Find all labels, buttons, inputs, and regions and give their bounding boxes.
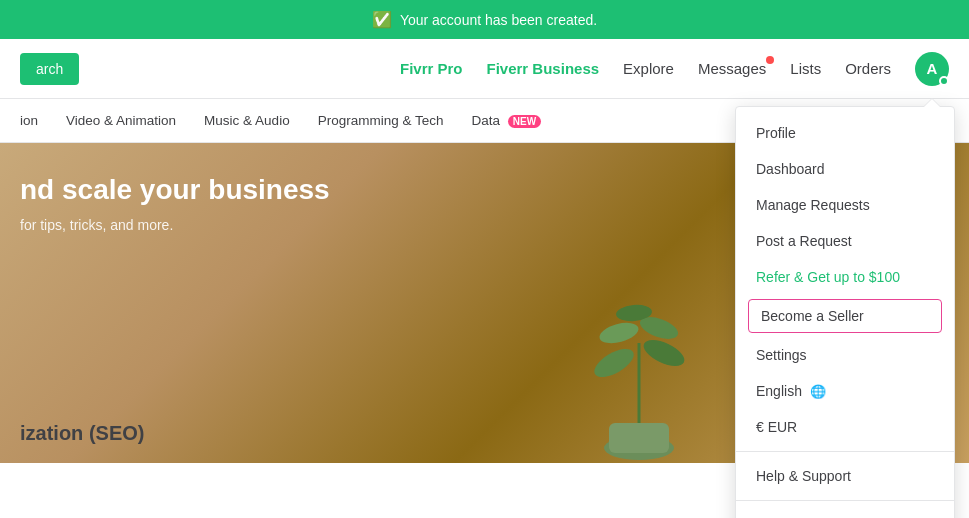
cat-video-animation[interactable]: Video & Animation — [66, 113, 176, 128]
dropdown-help[interactable]: Help & Support — [736, 458, 954, 494]
svg-point-5 — [597, 319, 640, 347]
dropdown-manage-requests[interactable]: Manage Requests — [736, 187, 954, 223]
messages-dot — [766, 56, 774, 64]
online-indicator — [939, 76, 949, 86]
dropdown-divider — [736, 451, 954, 452]
dropdown-logout[interactable]: Logout — [736, 507, 954, 518]
dropdown-menu: Profile Dashboard Manage Requests Post a… — [735, 106, 955, 518]
cat-ion[interactable]: ion — [20, 113, 38, 128]
dropdown-eur[interactable]: € EUR — [736, 409, 954, 445]
messages-link[interactable]: Messages — [698, 60, 766, 77]
hero-subtitle: for tips, tricks, and more. — [20, 217, 330, 233]
banner-text: Your account has been created. — [400, 12, 597, 28]
header-nav: Fivrr Pro Fiverr Business Explore Messag… — [400, 52, 949, 86]
fiverr-business-link[interactable]: Fiverr Business — [487, 60, 600, 77]
cat-data[interactable]: Data NEW — [471, 113, 541, 128]
dropdown-profile[interactable]: Profile — [736, 115, 954, 151]
dropdown-divider-2 — [736, 500, 954, 501]
cat-music-audio[interactable]: Music & Audio — [204, 113, 290, 128]
hero-content: nd scale your business for tips, tricks,… — [20, 173, 330, 233]
svg-rect-1 — [609, 423, 669, 453]
dropdown-become-seller[interactable]: Become a Seller — [748, 299, 942, 333]
svg-point-4 — [640, 335, 688, 372]
dropdown-post-request[interactable]: Post a Request — [736, 223, 954, 259]
plant-decoration — [579, 263, 699, 463]
cat-programming-tech[interactable]: Programming & Tech — [318, 113, 444, 128]
header: arch Fivrr Pro Fiverr Business Explore M… — [0, 39, 969, 99]
dropdown-english[interactable]: English 🌐 — [736, 373, 954, 409]
globe-icon: 🌐 — [810, 384, 826, 399]
svg-point-3 — [590, 343, 638, 382]
hero-title: nd scale your business — [20, 173, 330, 207]
top-banner: ✅ Your account has been created. — [0, 0, 969, 39]
new-badge: NEW — [508, 115, 541, 128]
dropdown-dashboard[interactable]: Dashboard — [736, 151, 954, 187]
dropdown-refer[interactable]: Refer & Get up to $100 — [736, 259, 954, 295]
dropdown-settings[interactable]: Settings — [736, 337, 954, 373]
search-button[interactable]: arch — [20, 53, 79, 85]
explore-link[interactable]: Explore — [623, 60, 674, 77]
dropdown-arrow — [924, 99, 940, 107]
hero-seo-text: ization (SEO) — [20, 422, 144, 445]
fiverr-pro-link[interactable]: Fivrr Pro — [400, 60, 463, 77]
check-icon: ✅ — [372, 10, 392, 29]
header-left: arch — [20, 53, 79, 85]
lists-link[interactable]: Lists — [790, 60, 821, 77]
orders-link[interactable]: Orders — [845, 60, 891, 77]
avatar[interactable]: A — [915, 52, 949, 86]
